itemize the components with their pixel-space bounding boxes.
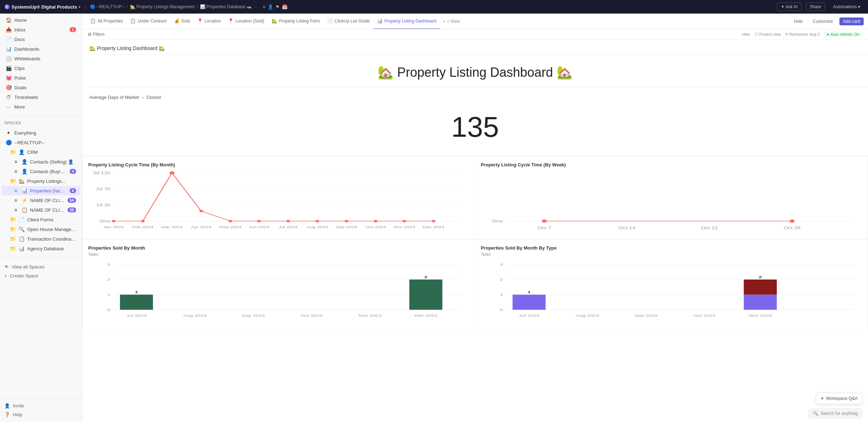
svg-text:Oct 14: Oct 14 — [618, 226, 635, 230]
avg-days-label: Average Days of Market → Closed — [89, 95, 861, 100]
avg-days-value: 135 — [89, 106, 861, 149]
list-icon[interactable]: ≡ — [263, 4, 265, 10]
main-layout: 🏠 Home 📥 Inbox 1 📄 Docs 📊 Dashboards ⬜ W… — [0, 14, 868, 422]
automations-button[interactable]: Automations ▾ — [829, 3, 864, 11]
svg-point-20 — [402, 220, 406, 222]
breadcrumb-item-database[interactable]: 📊 Properties Database 🦡 — [200, 4, 252, 9]
sidebar-item-timesheets[interactable]: ⏱ Timesheets — [1, 92, 80, 102]
chart-4-subtitle: Tasks — [481, 252, 862, 256]
sidebar-invite: 👤 Invite ❓ Help — [0, 398, 82, 422]
sidebar-item-contacts-buying[interactable]: ≡ 👤 Contacts (Buying) 👤 4 — [1, 167, 80, 176]
tab-all-properties[interactable]: 📋 All Properties — [86, 14, 126, 29]
breadcrumb-item-realtyup[interactable]: 🔵 --REALTYUP-- — [90, 4, 124, 9]
prop-listings-add-icon[interactable]: + — [74, 179, 76, 184]
sidebar-item-agency-database[interactable]: 📁 📊 Agency Database — [1, 244, 80, 253]
svg-text:2: 2 — [107, 277, 110, 281]
sidebar-item-goals[interactable]: 🎯 Goals — [1, 83, 80, 92]
properties-db-chart-icon: 📊 — [21, 188, 27, 194]
sidebar-item-realtyup[interactable]: 🔵 --REALTYUP-- ··· + — [1, 138, 80, 147]
help-item[interactable]: ❓ Help — [4, 410, 78, 419]
add-view-button[interactable]: + + View — [440, 19, 463, 24]
goals-icon: 🎯 — [6, 85, 11, 90]
customize-button[interactable]: Customize — [809, 17, 837, 25]
sidebar-item-name-client-buying[interactable]: ≡ 📋 NAME OF CLIENT - Buying Manag... 29 — [1, 205, 80, 215]
person-icon[interactable]: 👤 — [268, 4, 273, 10]
sidebar-item-property-listings-mgmt[interactable]: 📁 🏡 Property Listings Management ··· + — [1, 176, 80, 186]
create-space-item[interactable]: + Create Space — [4, 271, 78, 280]
sidebar-divider-2 — [3, 257, 79, 257]
realtyup-more-icon[interactable]: ··· — [69, 140, 73, 145]
tab-clickup-guide[interactable]: 📄 ClickUp List Guide — [324, 14, 374, 29]
workspace-qa-button[interactable]: ✦ Workspace Q&A — [816, 393, 862, 404]
sidebar-item-everything[interactable]: ✦ Everything — [1, 128, 80, 137]
share-button[interactable]: Share — [806, 2, 825, 11]
sidebar-item-more[interactable]: ··· More — [1, 102, 80, 111]
tab-under-contract[interactable]: 📋 Under Contract — [126, 14, 170, 29]
crm-add-icon[interactable]: + — [74, 150, 76, 155]
brand-chevron-icon[interactable]: ▾ — [79, 5, 80, 9]
sidebar-item-open-house[interactable]: 📁 🔍 Open House Management — [1, 225, 80, 234]
ask-ai-button[interactable]: ✦ Ask AI — [777, 2, 802, 11]
contacts-selling-icon: ≡ — [13, 159, 19, 165]
calendar-icon[interactable]: 📅 — [282, 4, 288, 10]
sidebar-item-contacts-selling[interactable]: ≡ 👤 Contacts (Selling) 👤 — [1, 157, 80, 166]
search-anything-button[interactable]: 🔍 Search for anything — [808, 408, 862, 418]
tab-property-listing-form[interactable]: 🏡 Property Listing Form — [268, 14, 324, 29]
avg-days-section: Average Days of Market → Closed 135 — [82, 87, 868, 156]
contacts-selling-person-icon: 👤 — [21, 159, 27, 165]
view-all-spaces-item[interactable]: 👁 View all Spaces — [4, 262, 78, 271]
workspace-qa-icon: ✦ — [820, 396, 824, 401]
client-listing-icon: ≡ — [13, 197, 19, 203]
sidebar-item-whiteboards[interactable]: ⬜ Whiteboards — [1, 54, 80, 63]
realtyup-add-icon[interactable]: + — [74, 140, 76, 145]
svg-text:3: 3 — [500, 262, 503, 266]
breadcrumb-more[interactable]: ··· — [254, 4, 258, 9]
svg-point-12 — [169, 171, 174, 175]
chart-sold-by-month: Properties Sold By Month Tasks 3 2 — [82, 239, 475, 331]
tab-location-sold[interactable]: 📍 Location (Sold) — [224, 14, 268, 29]
crm-folder-icon: 📁 — [10, 149, 16, 155]
sidebar-item-clips[interactable]: 🎬 Clips — [1, 64, 80, 73]
add-card-button[interactable]: Add card — [839, 17, 864, 25]
topbar-actions: ✦ Ask AI Share Automations ▾ — [777, 2, 864, 11]
sidebar-item-inbox[interactable]: 📥 Inbox 1 — [1, 25, 80, 34]
inbox-icon: 📥 — [6, 27, 11, 32]
tab-location-sold-icon: 📍 — [228, 18, 234, 24]
svg-point-16 — [286, 220, 290, 222]
brand[interactable]: S SystemsUp® Digital Products ▾ — [4, 4, 80, 10]
sidebar-item-transaction-coord[interactable]: 📁 📋 Transaction Coordination — [1, 234, 80, 243]
sidebar-item-crm[interactable]: 📁 👤 CRM ··· + — [1, 147, 80, 157]
invite-item[interactable]: 👤 Invite — [4, 401, 78, 410]
transaction-list-icon: 📋 — [19, 236, 24, 242]
chart-4-title: Properties Sold By Month By Type — [481, 245, 862, 251]
open-house-folder-icon: 📁 — [10, 226, 16, 232]
svg-text:Sep 2024: Sep 2024 — [336, 225, 358, 229]
tab-property-dashboard[interactable]: 📊 Property Listing Dashboard — [373, 14, 440, 29]
sidebar-item-pulse[interactable]: 💓 Pulse — [1, 73, 80, 82]
prop-listings-more-icon[interactable]: ··· — [69, 179, 73, 184]
svg-text:3: 3 — [107, 262, 110, 266]
flag-icon[interactable]: ⚑ — [275, 4, 280, 10]
svg-text:Nov 2023: Nov 2023 — [359, 314, 382, 317]
sidebar-item-home[interactable]: 🏠 Home — [1, 15, 80, 25]
hide-text[interactable]: Hide — [742, 32, 750, 36]
svg-text:2: 2 — [759, 275, 762, 279]
sidebar-item-client-forms[interactable]: 📁 📄 Client Forms — [1, 215, 80, 224]
tab-sold[interactable]: 💰 Sold — [170, 14, 194, 29]
crm-more-icon[interactable]: ··· — [69, 150, 73, 155]
sidebar-item-properties-database[interactable]: ≡ 📊 Properties Database 🦡 6 — [1, 186, 80, 195]
chart-2-svg: 0ms Oct 7 Oct 14 Oct 21 Oct 28 — [481, 169, 862, 233]
sidebar-divider-1 — [3, 115, 79, 116]
filters-button[interactable]: ⊞ Filters — [88, 32, 105, 37]
tab-location[interactable]: 📍 Location — [194, 14, 224, 29]
invite-icon: 👤 — [4, 403, 10, 408]
add-view-plus-icon: + — [443, 19, 445, 24]
sidebar-item-name-client-listing[interactable]: ≡ ⚡ NAME OF CLIENT - Listing Manag... 54 — [1, 196, 80, 205]
everything-icon: ✦ — [6, 130, 11, 136]
chart-4-container: 3 2 1 0 1 2 Jul 2023 — [481, 261, 862, 325]
svg-text:0: 0 — [500, 308, 503, 312]
breadcrumb-item-listings[interactable]: 🏡 Property Listings Management — [130, 4, 195, 9]
hide-button[interactable]: Hide — [790, 17, 807, 25]
sidebar-item-docs[interactable]: 📄 Docs — [1, 35, 80, 44]
sidebar-item-dashboards[interactable]: 📊 Dashboards — [1, 44, 80, 54]
